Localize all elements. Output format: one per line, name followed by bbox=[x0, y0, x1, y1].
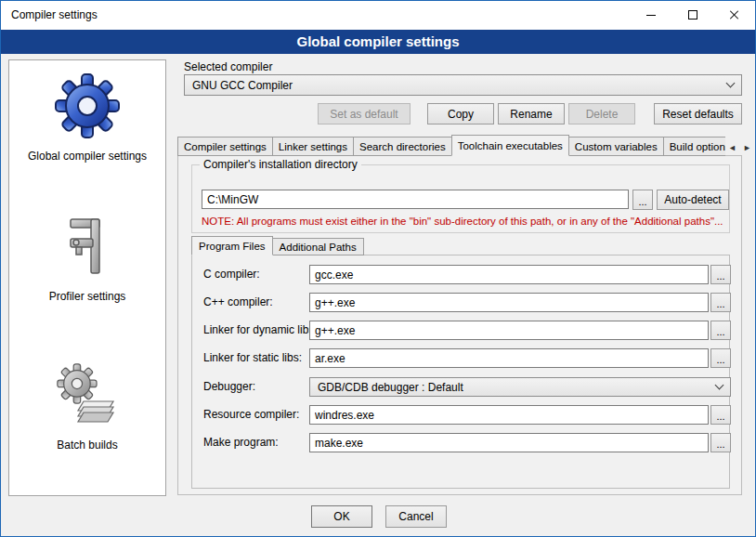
reset-defaults-button[interactable]: Reset defaults bbox=[654, 103, 742, 124]
sidebar-item-label: Profiler settings bbox=[49, 290, 126, 303]
linker-dynamic-label: Linker for dynamic libs: bbox=[203, 323, 318, 336]
batch-gears-icon bbox=[54, 362, 121, 429]
sidebar-item-label: Global compiler settings bbox=[28, 150, 147, 163]
auto-detect-button[interactable]: Auto-detect bbox=[657, 190, 729, 210]
compiler-select-value: GNU GCC Compiler bbox=[192, 79, 293, 92]
browse-linker-static-button[interactable]: ... bbox=[710, 348, 731, 368]
settings-category-list: Global compiler settings Profiler settin… bbox=[8, 59, 166, 496]
minimize-icon bbox=[646, 15, 656, 16]
tab-search-directories[interactable]: Search directories bbox=[353, 137, 452, 156]
window-title: Compiler settings bbox=[11, 8, 98, 21]
debugger-select[interactable]: GDB/CDB debugger : Default bbox=[309, 377, 731, 397]
make-program-label: Make program: bbox=[203, 436, 279, 449]
settings-tab-strip: Compiler settings Linker settings Search… bbox=[177, 135, 725, 156]
sidebar-item-batch-builds[interactable]: Batch builds bbox=[9, 362, 165, 452]
chevron-down-icon bbox=[726, 79, 736, 88]
c-compiler-input[interactable] bbox=[309, 265, 709, 284]
installation-directory-label: Compiler's installation directory bbox=[200, 158, 361, 171]
tab-compiler-settings[interactable]: Compiler settings bbox=[177, 137, 273, 156]
installation-directory-input[interactable] bbox=[202, 190, 629, 209]
resource-compiler-label: Resource compiler: bbox=[203, 408, 299, 421]
gear-icon bbox=[53, 72, 122, 140]
tab-build-options[interactable]: Build options bbox=[663, 137, 725, 156]
tab-scroll-right-button[interactable]: ► bbox=[740, 140, 754, 154]
resource-compiler-input[interactable] bbox=[309, 405, 709, 425]
sidebar-item-global-compiler-settings[interactable]: Global compiler settings bbox=[9, 72, 165, 163]
delete-button: Delete bbox=[568, 103, 635, 124]
tab-custom-variables[interactable]: Custom variables bbox=[568, 137, 664, 156]
browse-make-program-button[interactable]: ... bbox=[710, 433, 731, 452]
close-icon bbox=[729, 9, 740, 20]
bin-subdirectory-note: NOTE: All programs must exist either in … bbox=[202, 216, 723, 227]
set-as-default-button: Set as default bbox=[318, 103, 411, 124]
maximize-button[interactable] bbox=[671, 1, 713, 29]
linker-dynamic-input[interactable] bbox=[309, 321, 709, 340]
caliper-icon bbox=[54, 214, 121, 281]
program-files-tab-strip: Program Files Additional Paths bbox=[191, 236, 364, 255]
chevron-down-icon bbox=[715, 381, 724, 390]
cpp-compiler-input[interactable] bbox=[309, 293, 709, 312]
sidebar-item-profiler-settings[interactable]: Profiler settings bbox=[9, 214, 165, 303]
title-bar: Compiler settings bbox=[1, 1, 755, 30]
make-program-input[interactable] bbox=[309, 433, 709, 452]
installation-directory-group: Compiler's installation directory ... Au… bbox=[191, 164, 730, 233]
tab-linker-settings[interactable]: Linker settings bbox=[272, 137, 354, 156]
browse-directory-button[interactable]: ... bbox=[632, 190, 653, 210]
selected-compiler-label: Selected compiler bbox=[184, 60, 272, 73]
cancel-button[interactable]: Cancel bbox=[385, 505, 447, 528]
toolchain-executables-panel: Compiler's installation directory ... Au… bbox=[177, 155, 742, 495]
browse-resource-compiler-button[interactable]: ... bbox=[710, 405, 731, 425]
close-button[interactable] bbox=[713, 1, 755, 29]
browse-cpp-compiler-button[interactable]: ... bbox=[710, 293, 731, 312]
compiler-settings-dialog: Compiler settings Global compiler settin… bbox=[0, 0, 756, 537]
browse-linker-dynamic-button[interactable]: ... bbox=[710, 321, 731, 340]
rename-button[interactable]: Rename bbox=[498, 103, 565, 124]
c-compiler-label: C compiler: bbox=[203, 268, 260, 281]
tab-additional-paths[interactable]: Additional Paths bbox=[272, 238, 364, 255]
program-files-panel: C compiler: ... C++ compiler: ... Linker… bbox=[191, 255, 730, 489]
maximize-icon bbox=[688, 10, 697, 20]
debugger-select-value: GDB/CDB debugger : Default bbox=[318, 381, 463, 394]
linker-static-label: Linker for static libs: bbox=[203, 351, 302, 364]
sidebar-item-label: Batch builds bbox=[57, 439, 117, 452]
ok-button[interactable]: OK bbox=[311, 505, 372, 528]
tab-scroll-left-button[interactable]: ◄ bbox=[725, 140, 739, 154]
browse-c-compiler-button[interactable]: ... bbox=[710, 265, 731, 284]
cpp-compiler-label: C++ compiler: bbox=[203, 295, 273, 308]
linker-static-input[interactable] bbox=[309, 348, 709, 368]
debugger-label: Debugger: bbox=[203, 380, 255, 393]
tab-program-files[interactable]: Program Files bbox=[191, 236, 273, 255]
minimize-button[interactable] bbox=[630, 1, 671, 29]
tab-toolchain-executables[interactable]: Toolchain executables bbox=[451, 135, 569, 156]
copy-button[interactable]: Copy bbox=[427, 103, 494, 124]
page-title: Global compiler settings bbox=[1, 30, 755, 54]
compiler-select[interactable]: GNU GCC Compiler bbox=[184, 74, 742, 96]
